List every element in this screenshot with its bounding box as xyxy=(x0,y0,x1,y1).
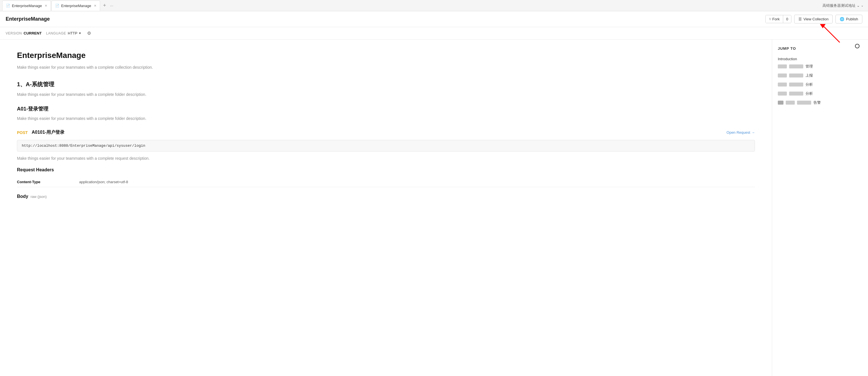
jump-thumb-2b xyxy=(789,73,803,77)
content-type-value: application/json; charset=utf-8 xyxy=(79,177,755,187)
tab-2-label: EnterpriseManage xyxy=(61,4,91,8)
open-request-link[interactable]: Open Request → xyxy=(726,130,755,134)
jump-thumb-5b xyxy=(786,101,795,104)
publish-button[interactable]: 🌐 Publish xyxy=(836,15,862,24)
header: EnterpriseManage ⑂ Fork 0 ☰ View Collect… xyxy=(0,11,868,27)
view-collection-label: View Collection xyxy=(804,17,829,21)
collection-icon: ☰ xyxy=(799,17,802,21)
collection-title: EnterpriseManage xyxy=(17,51,755,60)
tab-2[interactable]: 📄 EnterpriseManage ✕ xyxy=(52,1,100,11)
jump-thumb-5a xyxy=(778,101,783,104)
tab-1-icon: 📄 xyxy=(6,4,10,8)
chevron-down-icon: ▼ xyxy=(79,32,82,35)
jump-thumb-3b xyxy=(789,83,803,87)
view-collection-button[interactable]: ☰ View Collection xyxy=(794,15,833,24)
language-dropdown[interactable]: HTTP ▼ xyxy=(68,31,82,35)
body-type: raw (json) xyxy=(31,194,46,199)
content-area: EnterpriseManage Make things easier for … xyxy=(0,39,772,376)
jump-thumb-1b xyxy=(789,64,803,68)
headers-label: Request Headers xyxy=(17,167,755,173)
request-row: POST A0101-用户登录 Open Request → xyxy=(17,129,755,135)
jump-text-1: 管理 xyxy=(806,64,813,69)
jump-thumb-4b xyxy=(789,92,803,96)
jump-to-title: JUMP TO xyxy=(778,46,862,51)
jump-item-1[interactable]: 管理 xyxy=(778,63,862,70)
language-value: HTTP xyxy=(68,31,78,35)
url-box: http://localhost:8080/EnterpriseManage/a… xyxy=(17,140,755,152)
tab-1[interactable]: 📄 EnterpriseManage ✕ xyxy=(2,1,51,11)
body-label: Body xyxy=(17,194,28,199)
jump-thumb-2a xyxy=(778,73,787,77)
toolbar: VERSION CURRENT LANGUAGE HTTP ▼ ⚙ xyxy=(0,27,868,39)
jump-thumb-3a xyxy=(778,83,787,87)
method-badge: POST xyxy=(17,130,28,135)
headers-table: Content-Type application/json; charset=u… xyxy=(17,177,755,187)
jump-item-4[interactable]: 分析 xyxy=(778,90,862,97)
main-layout: EnterpriseManage Make things easier for … xyxy=(0,39,868,376)
server-label: 高锝服务器测试地址 xyxy=(823,3,856,8)
language-label: LANGUAGE xyxy=(46,31,66,35)
header-actions: ⑂ Fork 0 ☰ View Collection 🌐 Publish xyxy=(765,15,862,24)
publish-label: Publish xyxy=(846,17,858,21)
body-row: Body raw (json) xyxy=(17,194,755,199)
jump-item-2[interactable]: 上报 xyxy=(778,72,862,79)
version-value: CURRENT xyxy=(24,31,42,35)
jump-thumb-5c xyxy=(797,101,811,104)
fork-count: 0 xyxy=(783,15,791,23)
introduction-link[interactable]: Introduction xyxy=(778,55,862,63)
section-title: 1、A-系统管理 xyxy=(17,81,755,88)
jump-item-3[interactable]: 分析 xyxy=(778,81,862,88)
jump-text-5: 告警 xyxy=(813,100,821,105)
version-item: VERSION CURRENT xyxy=(6,31,41,35)
jump-thumb-4a xyxy=(778,92,787,96)
tab-2-icon: 📄 xyxy=(55,4,59,8)
tab-add-button[interactable]: + xyxy=(101,3,108,8)
section-description: Make things easier for your teammates wi… xyxy=(17,92,755,97)
subsection-title: A01-登录管理 xyxy=(17,105,755,112)
server-dropdown-icon: ⌄ xyxy=(857,3,860,8)
subsection-description: Make things easier for your teammates wi… xyxy=(17,116,755,122)
fork-label[interactable]: ⑂ Fork xyxy=(766,15,783,23)
jump-text-2: 上报 xyxy=(806,73,813,78)
server-dropdown[interactable]: 高锝服务器测试地址 ⌄ ⌄ xyxy=(820,2,866,9)
gear-icon[interactable]: ⚙ xyxy=(87,31,91,36)
jump-text-3: 分析 xyxy=(806,82,813,87)
publish-icon: 🌐 xyxy=(840,17,844,21)
tab-more-button[interactable]: ··· xyxy=(108,3,115,8)
version-label: VERSION xyxy=(6,31,22,35)
tab-bar: 📄 EnterpriseManage ✕ 📄 EnterpriseManage … xyxy=(0,0,868,11)
jump-thumb-1a xyxy=(778,64,787,68)
collection-description: Make things easier for your teammates wi… xyxy=(17,64,755,70)
content-type-label: Content-Type xyxy=(17,177,79,187)
tab-1-close[interactable]: ✕ xyxy=(45,4,47,8)
jump-item-5[interactable]: 告警 xyxy=(778,99,862,106)
language-item[interactable]: LANGUAGE HTTP ▼ xyxy=(46,31,82,35)
jump-text-4: 分析 xyxy=(806,91,813,96)
page-title: EnterpriseManage xyxy=(6,16,765,22)
right-panel: JUMP TO Introduction 管理 上报 分析 分析 告警 xyxy=(772,39,868,376)
tab-2-close[interactable]: ✕ xyxy=(94,4,96,8)
request-description: Make things easier for your teammates wi… xyxy=(17,156,755,161)
request-name: A0101-用户登录 xyxy=(32,129,64,135)
table-row: Content-Type application/json; charset=u… xyxy=(17,177,755,187)
server-expand-icon: ⌄ xyxy=(861,4,864,7)
fork-button[interactable]: ⑂ Fork 0 xyxy=(765,15,792,23)
tab-1-label: EnterpriseManage xyxy=(12,4,42,8)
